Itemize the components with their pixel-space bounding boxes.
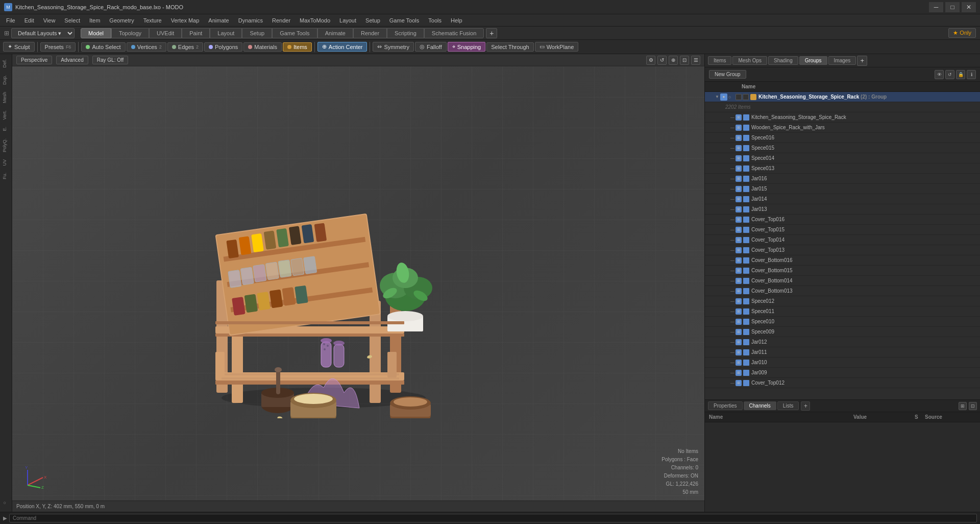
list-item[interactable]: — ⊠ Jar011 <box>705 347 980 358</box>
list-item[interactable]: — ⊠ Kitchen_Seasoning_Storage_Spice_Rack <box>705 112 980 123</box>
panel-expand-icon[interactable]: ⊞ <box>959 402 967 410</box>
layout-add-button[interactable]: + <box>486 28 497 38</box>
scene-list[interactable]: ▼ ● ○ Kitchen_Seasoning_Storage_Spice_Ra… <box>705 92 980 399</box>
sidebar-tab-mesh[interactable]: Mesh <box>1 89 11 106</box>
menu-item[interactable]: Item <box>85 16 104 25</box>
menu-render[interactable]: Render <box>268 16 295 25</box>
snapping-button[interactable]: ⌖ Snapping <box>448 42 486 52</box>
list-item[interactable]: — ⊠ Cover_Bottom013 <box>705 286 980 296</box>
falloff-button[interactable]: ◎ Falloff <box>415 42 447 52</box>
rpanel-tab-meshops[interactable]: Mesh Ops <box>732 56 767 65</box>
layout-dropdown[interactable]: Default Layouts ▾ <box>11 28 75 38</box>
sidebar-tab-uv[interactable]: UV <box>1 156 11 169</box>
list-item[interactable]: — ⊠ Spece010 <box>705 317 980 327</box>
list-item[interactable]: — ⊠ Jar010 <box>705 358 980 368</box>
scene-info-icon[interactable]: ℹ <box>967 70 976 79</box>
vis-icon[interactable]: ● <box>720 93 727 101</box>
auto-select-button[interactable]: Auto Select <box>81 42 125 52</box>
checkbox2[interactable] <box>743 94 749 100</box>
viewport-icon-zoom[interactable]: ⊕ <box>669 56 678 65</box>
sidebar-tab-poly[interactable]: PolyQ. <box>1 135 11 155</box>
tab-scripting[interactable]: Scripting <box>387 28 424 38</box>
sidebar-tab-e[interactable]: E. <box>1 124 11 134</box>
menu-edit[interactable]: Edit <box>20 16 38 25</box>
btab-add[interactable]: + <box>801 401 810 411</box>
list-item[interactable]: — ⊠ Spece014 <box>705 153 980 163</box>
menu-dynamics[interactable]: Dynamics <box>234 16 267 25</box>
tab-setup[interactable]: Setup <box>242 28 272 38</box>
tab-game-tools[interactable]: Game Tools <box>272 28 317 38</box>
list-item[interactable]: — ⊠ Spece013 <box>705 163 980 174</box>
list-item[interactable]: — ⊠ Jar012 <box>705 337 980 347</box>
star-only-button[interactable]: ★ Only <box>948 28 976 38</box>
maximize-button[interactable]: □ <box>945 2 960 12</box>
list-item[interactable]: — ⊠ Wooden_Spice_Rack_with_Jars <box>705 123 980 133</box>
viewport-icon-settings[interactable]: ⚙ <box>646 56 655 65</box>
list-item[interactable]: — ⊠ Jar014 <box>705 194 980 204</box>
btab-properties[interactable]: Properties <box>708 401 743 410</box>
tab-model[interactable]: Model <box>81 28 111 38</box>
raygl-button[interactable]: Ray GL: Off <box>92 56 129 64</box>
viewport-icon-fit[interactable]: ⊡ <box>680 56 689 65</box>
list-item[interactable]: — ⊠ Jar009 <box>705 368 980 378</box>
menu-texture[interactable]: Texture <box>139 16 166 25</box>
workplane-button[interactable]: ▭ WorkPlane <box>535 42 579 52</box>
panel-more-icon[interactable]: ⊡ <box>969 402 977 410</box>
select-through-button[interactable]: Select Through <box>486 42 533 52</box>
list-item[interactable]: — ⊠ Cover_Top015 <box>705 225 980 235</box>
list-item[interactable]: — ⊠ Cover_Top014 <box>705 235 980 245</box>
rpanel-tab-images[interactable]: Images <box>828 56 856 65</box>
menu-animate[interactable]: Animate <box>204 16 233 25</box>
advanced-button[interactable]: Advanced <box>56 56 88 64</box>
sidebar-tab-vert[interactable]: Vert. <box>1 107 11 123</box>
scene-lock-icon[interactable]: 🔒 <box>956 70 965 79</box>
list-item[interactable]: — ⊠ Cover_Bottom015 <box>705 266 980 276</box>
tab-animate[interactable]: Animate <box>317 28 353 38</box>
title-bar-controls[interactable]: ─ □ ✕ <box>929 2 976 12</box>
symmetry-button[interactable]: ⇔ Symmetry <box>373 42 414 52</box>
list-item[interactable]: — ⊠ Spece012 <box>705 296 980 306</box>
list-item[interactable]: — ⊠ Jar016 <box>705 174 980 184</box>
list-item[interactable]: — ⊠ Cover_Bottom014 <box>705 276 980 286</box>
list-item[interactable]: — ⊠ Cover_Bottom016 <box>705 255 980 266</box>
eye-icon[interactable]: ○ <box>728 94 736 100</box>
list-item[interactable]: — ⊠ Spece015 <box>705 143 980 153</box>
scene-reload-icon[interactable]: ↺ <box>945 70 954 79</box>
tab-render[interactable]: Render <box>353 28 387 38</box>
sidebar-tab-def[interactable]: Def. <box>1 56 11 71</box>
rpanel-tab-items[interactable]: Items <box>708 56 731 65</box>
list-item[interactable]: — ⊠ Cover_Top012 <box>705 378 980 388</box>
menu-geometry[interactable]: Geometry <box>105 16 138 25</box>
menu-layout[interactable]: Layout <box>335 16 360 25</box>
rpanel-add-button[interactable]: + <box>857 56 867 66</box>
sidebar-tab-bottom[interactable]: ○ <box>1 497 11 509</box>
btab-channels[interactable]: Channels <box>744 401 776 410</box>
menu-maxtomodo[interactable]: MaxToModo <box>296 16 334 25</box>
materials-button[interactable]: Materials <box>243 42 282 52</box>
menu-file[interactable]: File <box>2 16 19 25</box>
rpanel-tab-shading[interactable]: Shading <box>768 56 798 65</box>
scene-group-item[interactable]: ▼ ● ○ Kitchen_Seasoning_Storage_Spice_Ra… <box>705 92 980 102</box>
tab-paint[interactable]: Paint <box>182 28 210 38</box>
menu-help[interactable]: Help <box>447 16 467 25</box>
tab-layout[interactable]: Layout <box>210 28 242 38</box>
list-item[interactable]: — ⊠ Spece009 <box>705 327 980 337</box>
action-center-button[interactable]: ⊕ Action Center <box>317 42 368 52</box>
perspective-button[interactable]: Perspective <box>16 56 52 64</box>
expand-icon[interactable]: ▼ <box>715 94 720 99</box>
rpanel-tab-groups[interactable]: Groups <box>799 56 827 65</box>
list-item[interactable]: — ⊠ Cover_Top013 <box>705 245 980 255</box>
menu-tools[interactable]: Tools <box>424 16 446 25</box>
tab-schematic[interactable]: Schematic Fusion <box>424 28 484 38</box>
list-item[interactable]: — ⊠ Spece016 <box>705 133 980 143</box>
minimize-button[interactable]: ─ <box>929 2 943 12</box>
checkbox1[interactable] <box>736 94 742 100</box>
list-item[interactable]: — ⊠ Spece011 <box>705 306 980 317</box>
list-item[interactable]: — ⊠ Cover_Top016 <box>705 215 980 225</box>
command-input[interactable] <box>9 514 977 522</box>
btab-lists[interactable]: Lists <box>777 401 799 410</box>
presets-button[interactable]: Presets F6 <box>40 42 76 52</box>
close-button[interactable]: ✕ <box>962 2 976 12</box>
menu-game-tools[interactable]: Game Tools <box>385 16 424 25</box>
polygons-button[interactable]: Polygons <box>204 42 242 52</box>
